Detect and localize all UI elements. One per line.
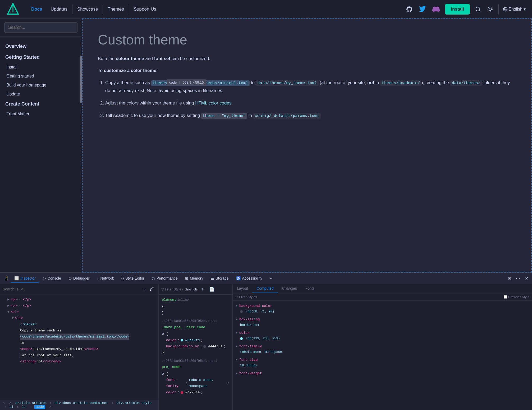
sidebar: Overview Getting Started Install Getting… <box>0 19 82 272</box>
bc-li[interactable]: li <box>22 405 26 409</box>
code-params-link[interactable]: config/_default/params.toml <box>253 113 321 118</box>
search-input[interactable] <box>4 22 77 33</box>
sidebar-scrollbar-thumb[interactable] <box>80 56 82 103</box>
swatch-bg[interactable] <box>203 345 206 348</box>
tab-more[interactable]: » <box>266 274 276 283</box>
computed-tab-layout[interactable]: Layout <box>233 284 252 293</box>
sidebar-item-overview[interactable]: Overview <box>5 41 76 52</box>
prop-bg-color: background-color : #44475a ; <box>162 343 229 349</box>
devtools-menu-icon[interactable]: ⋯ <box>514 275 522 282</box>
install-button[interactable]: Install <box>445 4 470 15</box>
sidebar-item-getting-started[interactable]: Getting Started <box>5 52 76 63</box>
sidebar-item-getting-started-sub[interactable]: Getting started <box>5 72 76 81</box>
devtools-mobile-icon[interactable]: 📱 <box>2 275 11 282</box>
tab-style-editor[interactable]: {} Style Editor <box>118 274 148 283</box>
computed-prop-font-weight: ▶ font-weight <box>236 370 529 376</box>
html-search-input[interactable] <box>3 287 139 291</box>
swatch-color[interactable] <box>181 339 183 341</box>
expand-ol[interactable]: ▼ <box>7 309 10 315</box>
bc-ol[interactable]: ol <box>10 405 14 409</box>
discord-icon[interactable] <box>431 4 441 14</box>
selector-pre-code: pre, code <box>162 364 229 370</box>
language-selector[interactable]: English ▾ <box>503 7 526 12</box>
nav-themes[interactable]: Themes <box>104 5 127 13</box>
theme-icon[interactable] <box>486 5 494 13</box>
computed-prop-font-weight-row[interactable]: ▶ font-weight <box>236 370 529 376</box>
expand-p1[interactable]: ▶ <box>7 297 10 303</box>
nav-updates[interactable]: Updates <box>47 5 71 13</box>
content-area: code | 508.9 × 59.15 Custom theme Both t… <box>82 19 532 272</box>
brace-close-1: } <box>162 311 164 315</box>
code-themes-academic-link[interactable]: themes/academic/ <box>380 80 421 85</box>
sidebar-item-update[interactable]: Update <box>5 90 76 99</box>
computed-tab-computed[interactable]: Computed <box>252 284 278 293</box>
bg-swatch[interactable] <box>240 310 243 313</box>
computed-tab-fonts[interactable]: Fonts <box>301 284 319 293</box>
sidebar-scrollbar[interactable] <box>80 34 82 272</box>
code-data-themes-link[interactable]: data/themes/ <box>450 80 482 85</box>
computed-tab-changes[interactable]: Changes <box>278 284 301 293</box>
computed-prop-color-row[interactable]: ▶ color <box>236 330 529 336</box>
breadcrumb-back[interactable]: < <box>3 401 5 405</box>
tab-accessibility[interactable]: ♿ Accessibility <box>232 274 266 283</box>
bc-article-style[interactable]: div.article-style <box>117 401 152 405</box>
filter-styles-button[interactable]: ▽ Filter Styles <box>161 287 183 291</box>
html-add-icon[interactable]: + <box>141 286 147 293</box>
bc-docs-container[interactable]: div.docs-article-container <box>55 401 108 405</box>
sidebar-item-front-matter[interactable]: Front Matter <box>5 110 76 119</box>
nav-showcase[interactable]: Showcase <box>74 5 102 13</box>
style-editor-icon: {} <box>121 276 124 280</box>
styles-file-icon[interactable]: 📄 <box>208 286 216 293</box>
code-my-theme-link[interactable]: data/themes/my_theme.toml <box>256 80 319 85</box>
header-right: Install English ▾ <box>405 4 526 15</box>
semi-2: ; <box>223 343 226 349</box>
tab-debugger[interactable]: ⬡ Debugger <box>65 274 93 283</box>
html-pick-icon[interactable]: 🖊 <box>148 286 156 293</box>
github-icon[interactable] <box>405 5 414 14</box>
bc-article[interactable]: article.article <box>15 401 46 405</box>
sidebar-item-build-homepage[interactable]: Build your homepage <box>5 81 76 90</box>
bg-name: background-color <box>239 303 272 309</box>
element-tooltip: code | 508.9 × 59.15 <box>167 79 207 85</box>
color-name: color <box>239 330 250 336</box>
logo[interactable] <box>6 3 20 16</box>
tab-inspector[interactable]: ⬜ Inspector <box>11 274 39 283</box>
sidebar-item-create-content[interactable]: Create Content <box>5 99 76 110</box>
sidebar-item-install[interactable]: Install <box>5 63 76 72</box>
pseudo-button[interactable]: :hov .cls <box>185 287 198 291</box>
search-icon[interactable] <box>474 5 482 13</box>
bc-code[interactable]: code <box>34 405 45 409</box>
color-swatch[interactable] <box>240 337 243 340</box>
devtools-dock-icon[interactable]: ⊡ <box>506 275 513 282</box>
styles-add-icon[interactable]: + <box>200 286 205 293</box>
html-line-code-selected[interactable]: <code>themes/academic/data/themes/minima… <box>3 334 155 340</box>
filter-computed-button[interactable]: ▽ Filter Styles <box>235 295 257 299</box>
tab-memory[interactable]: ⊞ Memory <box>181 274 207 283</box>
tab-console[interactable]: ▷ Console <box>39 274 65 283</box>
tab-storage[interactable]: ☰ Storage <box>207 274 232 283</box>
computed-prop-box-row[interactable]: ▶ box-sizing <box>236 316 529 322</box>
twitter-icon[interactable] <box>418 5 427 14</box>
computed-prop-font-family-row[interactable]: ▶ font-family <box>236 343 529 349</box>
browser-styles-check: Browser Style <box>504 295 529 299</box>
expand-p2[interactable]: ▶ <box>7 303 10 309</box>
color-arrow: ▶ <box>236 330 238 336</box>
computed-prop-font-size-row[interactable]: ▶ font-size <box>236 357 529 363</box>
swatch-color2[interactable] <box>181 391 183 394</box>
tab-performance[interactable]: ◎ Performance <box>148 274 181 283</box>
nav-support[interactable]: Support Us <box>130 5 160 13</box>
browser-styles-checkbox[interactable] <box>504 295 507 299</box>
gear-icon-2[interactable]: ⚙ <box>162 372 164 376</box>
main-layout: Overview Getting Started Install Getting… <box>0 19 532 272</box>
bc-node-fwd[interactable]: > <box>49 405 51 409</box>
tab-network[interactable]: ↕ Network <box>93 274 117 283</box>
computed-prop-bg-row[interactable]: ▶ background-color <box>236 303 529 309</box>
breadcrumb-fwd[interactable]: > <box>9 401 11 405</box>
html-color-codes-link[interactable]: HTML color codes <box>195 101 231 106</box>
gear-icon-1[interactable]: ⚙ <box>162 332 164 336</box>
html-line-at-root: (at the root of your site, <box>3 352 155 358</box>
nav-docs[interactable]: Docs <box>27 5 46 13</box>
expand-li[interactable]: ▼ <box>12 315 14 321</box>
devtools-close-icon[interactable]: ✕ <box>523 275 530 282</box>
devtools-panel: 📱 ⬜ Inspector ▷ Console ⬡ Debugger ↕ Net… <box>0 272 532 410</box>
